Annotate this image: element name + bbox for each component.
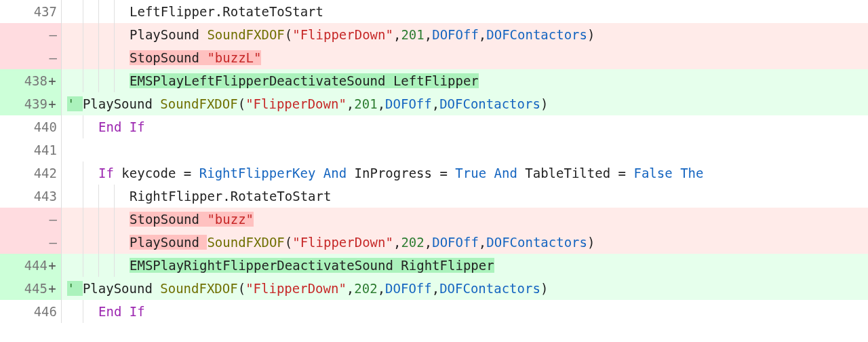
code-token: , xyxy=(432,96,439,111)
code-token: ) xyxy=(587,235,595,250)
code-cell[interactable]: PlaySound SoundFXDOF("FlipperDown",201,D… xyxy=(62,23,868,46)
diff-line[interactable]: 446 End If xyxy=(0,300,868,323)
line-number-gutter[interactable]: 441 xyxy=(0,138,62,162)
code-token: If xyxy=(98,166,114,180)
code-token: ' xyxy=(67,96,83,111)
code-token: , xyxy=(425,27,432,42)
code-cell[interactable]: StopSound "buzzL" xyxy=(62,46,868,69)
code-token: , xyxy=(432,281,439,296)
code-token: StopSound xyxy=(130,212,207,227)
code-cell[interactable]: RightFlipper.RotateToStart xyxy=(62,185,868,208)
diff-sign: + xyxy=(47,92,57,115)
line-number-gutter[interactable]: — xyxy=(0,208,62,231)
code-cell[interactable]: ' PlaySound SoundFXDOF("FlipperDown",202… xyxy=(62,277,868,300)
code-token xyxy=(191,166,199,180)
line-number-gutter[interactable]: 444+ xyxy=(0,254,62,277)
diff-line[interactable]: 437 LeftFlipper.RotateToStart xyxy=(0,0,868,23)
code-token: StopSound xyxy=(130,50,207,65)
code-token: EMSPlayRightFlipperDeactivateSound Right… xyxy=(130,258,494,273)
code-token: , xyxy=(378,281,385,296)
code-token: = xyxy=(618,166,626,180)
line-number-gutter[interactable]: 438+ xyxy=(0,69,62,92)
diff-line[interactable]: 439+' PlaySound SoundFXDOF("FlipperDown"… xyxy=(0,92,868,115)
code-token: ( xyxy=(285,27,292,42)
code-cell[interactable]: EMSPlayLeftFlipperDeactivateSound LeftFl… xyxy=(62,69,868,92)
code-cell[interactable]: If keycode = RightFlipperKey And InProgr… xyxy=(62,162,868,185)
code-token: DOFContactors xyxy=(439,281,540,296)
code-token: "FlipperDown" xyxy=(245,281,347,296)
line-number: — xyxy=(50,235,57,250)
diff-sign: + xyxy=(47,254,57,277)
diff-line[interactable]: 444+ EMSPlayRightFlipperDeactivateSound … xyxy=(0,254,868,277)
code-token: , xyxy=(378,96,385,111)
diff-line[interactable]: — StopSound "buzzL" xyxy=(0,46,868,69)
code-token: ( xyxy=(238,281,245,296)
code-token: DOFContactors xyxy=(486,27,587,42)
line-number-gutter[interactable]: 442 xyxy=(0,162,62,185)
diff-line[interactable]: — PlaySound SoundFXDOF("FlipperDown",201… xyxy=(0,23,868,46)
code-token: ) xyxy=(587,27,595,42)
code-token: "FlipperDown" xyxy=(292,235,393,250)
code-cell[interactable]: PlaySound SoundFXDOF("FlipperDown",202,D… xyxy=(62,231,868,254)
line-number: — xyxy=(50,50,57,65)
line-number: 442 xyxy=(34,166,57,180)
line-number: — xyxy=(50,212,57,227)
code-token: SoundFXDOF xyxy=(160,96,237,111)
code-token: DOFContactors xyxy=(486,235,587,250)
line-number-gutter[interactable]: — xyxy=(0,46,62,69)
code-cell[interactable] xyxy=(62,138,868,162)
code-cell[interactable]: ' PlaySound SoundFXDOF("FlipperDown",201… xyxy=(62,92,868,115)
diff-line[interactable]: 442 If keycode = RightFlipperKey And InP… xyxy=(0,162,868,185)
code-token: , xyxy=(393,27,401,42)
diff-line[interactable]: 445+' PlaySound SoundFXDOF("FlipperDown"… xyxy=(0,277,868,300)
line-number: 446 xyxy=(34,304,57,319)
line-number: 443 xyxy=(34,189,57,204)
code-token: "buzz" xyxy=(207,212,254,227)
code-cell[interactable]: LeftFlipper.RotateToStart xyxy=(62,0,868,23)
line-number-gutter[interactable]: 437 xyxy=(0,0,62,23)
code-token: ' xyxy=(67,281,83,296)
line-number: 439 xyxy=(24,96,47,111)
line-number-gutter[interactable]: — xyxy=(0,23,62,46)
code-token: ) xyxy=(540,281,548,296)
line-number-gutter[interactable]: 443 xyxy=(0,185,62,208)
diff-line[interactable]: 443 RightFlipper.RotateToStart xyxy=(0,185,868,208)
diff-line[interactable]: — PlaySound SoundFXDOF("FlipperDown",202… xyxy=(0,231,868,254)
code-token: DOFOff xyxy=(432,27,479,42)
code-token xyxy=(486,166,494,180)
code-cell[interactable]: End If xyxy=(62,115,868,138)
line-number: — xyxy=(50,27,57,42)
code-token: RightFlipperKey xyxy=(199,166,316,180)
diff-line[interactable]: 440 End If xyxy=(0,115,868,138)
line-number-gutter[interactable]: 439+ xyxy=(0,92,62,115)
code-token: ( xyxy=(238,96,245,111)
line-number-gutter[interactable]: 440 xyxy=(0,115,62,138)
code-cell[interactable]: EMSPlayRightFlipperDeactivateSound Right… xyxy=(62,254,868,277)
code-token: 202 xyxy=(401,235,424,250)
code-cell[interactable]: StopSound "buzz" xyxy=(62,208,868,231)
code-token: DOFContactors xyxy=(439,96,540,111)
code-token xyxy=(315,166,323,180)
diff-line[interactable]: 441 xyxy=(0,138,868,162)
code-token: SoundFXDOF xyxy=(207,27,284,42)
code-token: The xyxy=(680,166,703,180)
code-token: ( xyxy=(285,235,292,250)
code-token: 201 xyxy=(401,27,424,42)
code-token: , xyxy=(347,96,354,111)
line-number-gutter[interactable]: 445+ xyxy=(0,277,62,300)
diff-line[interactable]: 438+ EMSPlayLeftFlipperDeactivateSound L… xyxy=(0,69,868,92)
code-token: "buzzL" xyxy=(207,50,261,65)
code-token xyxy=(448,166,455,180)
code-cell[interactable]: End If xyxy=(62,300,868,323)
code-token: SoundFXDOF xyxy=(160,281,237,296)
code-token: ) xyxy=(540,96,548,111)
code-token: 201 xyxy=(354,96,377,111)
line-number-gutter[interactable]: — xyxy=(0,231,62,254)
code-token: If xyxy=(130,119,145,134)
code-token: And xyxy=(494,166,517,180)
code-token: And xyxy=(323,166,347,180)
code-token: End xyxy=(98,304,121,319)
line-number-gutter[interactable]: 446 xyxy=(0,300,62,323)
diff-line[interactable]: — StopSound "buzz" xyxy=(0,208,868,231)
code-token: "FlipperDown" xyxy=(292,27,393,42)
